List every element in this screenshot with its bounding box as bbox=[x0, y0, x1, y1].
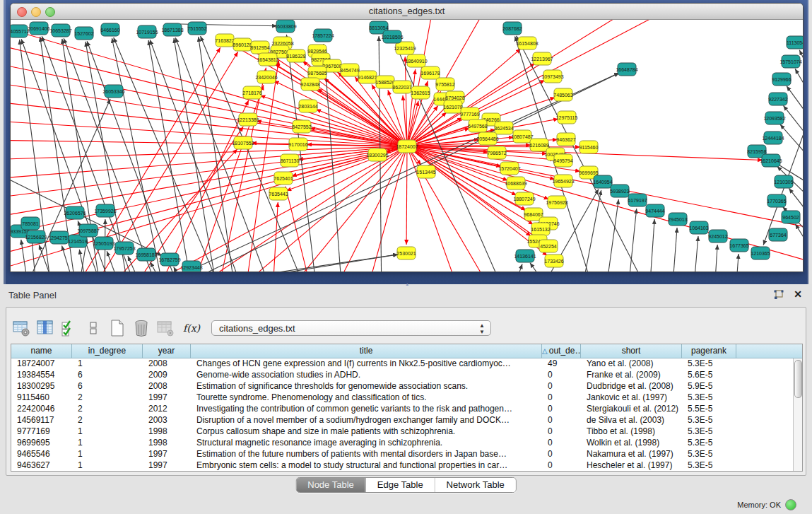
tab-network-table[interactable]: Network Table bbox=[435, 478, 516, 492]
table-cell-pagerank[interactable]: 5.6E-5 bbox=[682, 370, 736, 381]
table-row[interactable]: 1456911722003Disruption of a novel membe… bbox=[11, 415, 802, 426]
table-cell-name[interactable]: 9115460 bbox=[11, 392, 72, 404]
graph-node[interactable]: 12093582 bbox=[763, 112, 785, 124]
table-cell-name[interactable]: 9699695 bbox=[11, 438, 72, 449]
graph-node[interactable]: 12213389 bbox=[237, 113, 259, 126]
citation-network-graph[interactable]: 1872400771638228960128891295423226058982… bbox=[11, 20, 803, 271]
graph-edge[interactable] bbox=[735, 254, 739, 271]
graph-node[interactable]: 5938923 bbox=[610, 185, 629, 197]
graph-edge[interactable] bbox=[509, 264, 522, 271]
table-cell-pagerank[interactable]: 5.3E-5 bbox=[682, 392, 736, 404]
tab-node-table[interactable]: Node Table bbox=[296, 478, 365, 492]
graph-edge[interactable] bbox=[114, 37, 226, 271]
table-cell-pagerank[interactable]: 5.9E-5 bbox=[682, 381, 736, 392]
graph-node[interactable]: 7485063 bbox=[553, 88, 572, 101]
table-cell-year[interactable]: 1998 bbox=[143, 426, 191, 438]
graph-edge[interactable] bbox=[11, 146, 407, 160]
graph-node[interactable]: 14136141 bbox=[514, 250, 536, 262]
graph-node[interactable]: 1210365 bbox=[751, 247, 770, 259]
graph-node[interactable]: 7625401 bbox=[273, 172, 293, 185]
table-cell-year[interactable]: 2012 bbox=[143, 404, 191, 415]
table-cell-in_degree[interactable]: 1 bbox=[72, 438, 143, 449]
graph-node[interactable]: 9474444 bbox=[645, 204, 664, 217]
splitter-grip-icon[interactable]: ▴ bbox=[406, 282, 413, 286]
table-cell-out_de[interactable]: 0 bbox=[542, 438, 581, 449]
graph-edge[interactable] bbox=[11, 21, 407, 146]
graph-node[interactable]: 19218506 bbox=[381, 30, 403, 43]
graph-node[interactable]: 9777169 bbox=[460, 107, 479, 120]
graph-node[interactable]: 15720407 bbox=[498, 162, 520, 175]
graph-node[interactable]: 12923448 bbox=[180, 261, 202, 271]
window-titlebar[interactable]: citations_edges.txt bbox=[11, 4, 803, 20]
graph-node[interactable]: 3624534 bbox=[494, 122, 513, 134]
graph-node[interactable]: 10688639 bbox=[505, 177, 526, 189]
graph-edge[interactable] bbox=[199, 37, 237, 271]
graph-node[interactable]: 8622037 bbox=[392, 81, 411, 93]
table-cell-out_de[interactable]: 0 bbox=[542, 370, 581, 381]
table-cell-name[interactable]: 19384554 bbox=[11, 370, 72, 381]
table-cell-title[interactable]: Disruption of a novel member of a sodium… bbox=[191, 415, 542, 426]
table-cell-short[interactable]: Yano et al. (2008) bbox=[581, 358, 682, 370]
graph-edge[interactable] bbox=[795, 224, 803, 266]
table-cell-out_de[interactable]: 0 bbox=[542, 392, 581, 404]
table-cell-year[interactable]: 2008 bbox=[143, 381, 191, 392]
table-cell-title[interactable]: Changes of HCN gene expression and I(f) … bbox=[191, 358, 542, 370]
table-cell-pagerank[interactable]: 5.3E-5 bbox=[682, 415, 736, 426]
table-cell-short[interactable]: Nakamura et al. (1997) bbox=[581, 449, 682, 460]
table-row[interactable]: 969969511998Structural magnetic resonanc… bbox=[11, 438, 802, 449]
graph-node[interactable]: 677364 bbox=[769, 228, 787, 241]
table-cell-year[interactable]: 1998 bbox=[143, 438, 191, 449]
graph-node[interactable]: 9129966 bbox=[772, 73, 791, 86]
table-cell-name[interactable]: 9465546 bbox=[11, 449, 72, 460]
graph-node[interactable]: 18300295 bbox=[366, 148, 388, 161]
graph-node[interactable]: 452254 bbox=[539, 240, 558, 252]
graph-node[interactable]: 7986572 bbox=[487, 146, 506, 159]
network-canvas[interactable]: 1872400771638228960128891295423226058982… bbox=[11, 20, 803, 271]
graph-edge[interactable] bbox=[627, 209, 637, 271]
graph-edge[interactable] bbox=[117, 146, 407, 271]
graph-node[interactable]: 17857224 bbox=[312, 29, 334, 42]
graph-node[interactable]: 16033809 bbox=[274, 20, 296, 33]
table-cell-name[interactable]: 18724007 bbox=[11, 358, 72, 370]
table-vertical-scrollbar[interactable] bbox=[793, 358, 802, 471]
graph-node[interactable]: 1733426 bbox=[544, 255, 563, 267]
graph-node[interactable]: 2803144 bbox=[298, 100, 317, 112]
graph-edge[interactable] bbox=[11, 146, 407, 239]
new-table-icon[interactable] bbox=[108, 319, 126, 337]
graph-edge[interactable] bbox=[274, 81, 407, 146]
graph-edge[interactable] bbox=[795, 69, 803, 115]
graph-hub-node[interactable]: 18724007 bbox=[396, 140, 418, 153]
graph-edge[interactable] bbox=[406, 146, 407, 245]
table-cell-short[interactable]: Hescheler et al. (1997) bbox=[581, 460, 682, 472]
graph-node[interactable]: 18671388 bbox=[161, 23, 183, 36]
graph-node[interactable]: 6497568 bbox=[468, 119, 487, 132]
graph-node[interactable]: 1362615 bbox=[411, 86, 430, 99]
graph-node[interactable]: 7515552 bbox=[187, 22, 206, 35]
table-cell-pagerank[interactable]: 5.3E-5 bbox=[682, 449, 736, 460]
graph-node[interactable]: 8186328 bbox=[286, 49, 305, 62]
graph-node[interactable]: 17359928 bbox=[94, 204, 116, 217]
table-cell-out_de[interactable]: 0 bbox=[542, 460, 581, 472]
graph-node[interactable]: 15751074 bbox=[779, 55, 801, 68]
graph-edge[interactable] bbox=[714, 245, 717, 271]
graph-edge[interactable] bbox=[11, 120, 407, 146]
graph-node[interactable]: 1113054 bbox=[787, 36, 803, 49]
table-cell-year[interactable]: 2009 bbox=[143, 370, 191, 381]
graph-edge[interactable] bbox=[152, 100, 249, 271]
close-panel-icon[interactable]: ✕ bbox=[794, 288, 802, 300]
table-cell-in_degree[interactable]: 2 bbox=[72, 415, 143, 426]
graph-edge[interactable] bbox=[174, 38, 219, 271]
table-cell-pagerank[interactable]: 5.3E-5 bbox=[682, 358, 736, 370]
graph-node[interactable]: 1527602 bbox=[74, 27, 93, 40]
table-cell-in_degree[interactable]: 1 bbox=[72, 426, 143, 438]
table-cell-out_de[interactable]: 49 bbox=[542, 358, 581, 370]
graph-node[interactable]: 16782759 bbox=[158, 253, 180, 266]
graph-node[interactable]: 8671130 bbox=[281, 154, 300, 167]
graph-node[interactable]: 12942757 bbox=[48, 231, 70, 244]
graph-node[interactable]: 8912954 bbox=[250, 41, 269, 54]
graph-node[interactable]: 2718176 bbox=[242, 86, 261, 99]
graph-edge[interactable] bbox=[11, 140, 407, 146]
graph-node[interactable]: 30975887 bbox=[77, 224, 99, 237]
table-cell-name[interactable]: 9463627 bbox=[11, 460, 72, 472]
graph-node[interactable]: 10719155 bbox=[136, 25, 158, 38]
